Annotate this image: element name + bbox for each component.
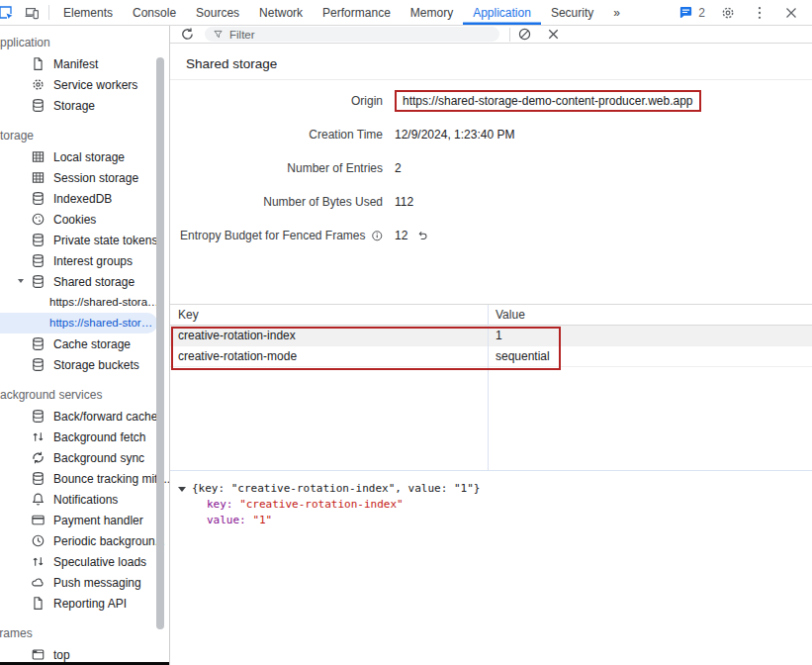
sidebar-item-notifications[interactable]: Notifications	[0, 489, 169, 510]
reset-budget-icon[interactable]	[416, 230, 429, 242]
sidebar-item-storage[interactable]: Storage	[0, 95, 169, 116]
bytes-used-value: 112	[395, 195, 413, 209]
tab-memory[interactable]: Memory	[401, 0, 463, 25]
chevron-down-icon[interactable]	[18, 279, 24, 283]
column-divider[interactable]	[488, 305, 489, 470]
property-value: "1"	[252, 514, 272, 526]
sidebar-item-payment-handler[interactable]: Payment handler	[0, 510, 169, 530]
sidebar-item-interest-groups[interactable]: Interest groups	[0, 250, 169, 271]
devtools-tabbar: Elements Console Sources Network Perform…	[0, 0, 812, 26]
database-icon	[31, 409, 45, 424]
tab-performance[interactable]: Performance	[313, 0, 401, 25]
sidebar-item-manifest[interactable]: Manifest	[0, 53, 169, 74]
sidebar-scrollbar[interactable]	[156, 57, 164, 629]
issues-icon	[678, 5, 693, 20]
sidebar-item-storage-buckets[interactable]: Storage buckets	[0, 354, 169, 375]
column-header-key[interactable]: Key	[170, 308, 488, 322]
tab-application[interactable]: Application	[463, 0, 541, 25]
sidebar-item-reporting-api[interactable]: Reporting API	[0, 593, 169, 614]
sidebar-item-shared-storage-origin-2-selected[interactable]: https://shared-storage...	[0, 313, 157, 333]
metadata-label: Origin	[170, 94, 383, 108]
grid-empty-area	[170, 367, 812, 470]
tab-console[interactable]: Console	[123, 0, 186, 25]
sidebar-section-background-services: Background services Back/forward cache B…	[0, 384, 169, 614]
inspect-element-icon[interactable]	[0, 0, 19, 25]
clock-icon	[31, 533, 45, 548]
triangle-down-icon[interactable]	[178, 487, 186, 492]
database-icon	[31, 253, 45, 268]
metadata-row-creation-time: Creation Time 12/9/2024, 1:23:40 PM	[170, 118, 812, 151]
metadata-label: Number of Bytes Used	[170, 195, 383, 209]
tab-network[interactable]: Network	[249, 0, 313, 25]
sidebar-item-push-messaging[interactable]: Push messaging	[0, 572, 169, 593]
kebab-menu-icon[interactable]	[747, 0, 772, 25]
issues-counter[interactable]: 2	[675, 5, 709, 20]
frame-icon	[31, 647, 45, 662]
property-name: value:	[207, 514, 246, 526]
object-property-row: key: "creative-rotation-index"	[178, 497, 802, 513]
document-icon	[31, 596, 45, 611]
bell-icon	[31, 492, 45, 507]
object-property-row: value: "1"	[178, 513, 802, 528]
refresh-icon[interactable]	[178, 27, 197, 42]
table-row[interactable]: creative-rotation-index 1	[170, 326, 812, 346]
sidebar-item-service-workers[interactable]: Service workers	[0, 74, 169, 95]
sidebar-section-application: Application Manifest Service workers Sto…	[0, 32, 169, 116]
section-header-background-services: Background services	[0, 384, 169, 406]
settings-gear-icon[interactable]	[715, 0, 741, 25]
document-icon	[31, 56, 45, 71]
delete-selected-icon[interactable]	[539, 27, 568, 42]
sidebar-item-cache-storage[interactable]: Cache storage	[0, 333, 169, 354]
cell-key: creative-rotation-index	[170, 329, 488, 342]
sidebar-item-shared-storage[interactable]: Shared storage	[0, 271, 169, 292]
shared-storage-metadata: Origin https://shared-storage-demo-conte…	[170, 80, 812, 252]
sidebar-section-frames: Frames top	[0, 622, 169, 665]
clear-all-icon[interactable]	[510, 27, 539, 42]
property-name: key:	[207, 498, 233, 511]
sidebar-item-local-storage[interactable]: Local storage	[0, 146, 169, 167]
sidebar-item-back-forward-cache[interactable]: Back/forward cache	[0, 406, 169, 427]
filter-input[interactable]	[229, 29, 492, 41]
cell-value: sequential	[488, 349, 812, 363]
sidebar-item-background-fetch[interactable]: Background fetch	[0, 427, 169, 447]
sidebar-item-cookies[interactable]: Cookies	[0, 209, 169, 230]
payment-card-icon	[31, 513, 45, 527]
entropy-budget-value: 12	[395, 229, 407, 242]
filter-field[interactable]	[205, 27, 499, 42]
shared-storage-panel: Shared storage Origin https://shared-sto…	[170, 26, 812, 665]
sidebar-item-bounce-tracking[interactable]: Bounce tracking miti...	[0, 468, 169, 489]
shared-storage-toolbar	[170, 26, 812, 44]
sidebar-item-speculative-loads[interactable]: Speculative loads	[0, 551, 169, 572]
sidebar-item-session-storage[interactable]: Session storage	[0, 167, 169, 188]
grid-icon	[31, 170, 45, 185]
sidebar-item-periodic-background-sync[interactable]: Periodic backgroun...	[0, 530, 169, 551]
metadata-row-entropy-budget: Entropy Budget for Fenced Frames 12	[170, 219, 812, 252]
metadata-label: Creation Time	[170, 128, 383, 142]
column-header-value[interactable]: Value	[488, 308, 812, 322]
sidebar-item-shared-storage-origin-1[interactable]: https://shared-storage...	[0, 292, 163, 313]
database-icon	[31, 191, 45, 206]
more-tabs-button[interactable]: »	[603, 0, 630, 25]
preview-pane: {key: "creative-rotation-index", value: …	[170, 471, 812, 528]
property-value: "creative-rotation-index"	[239, 498, 404, 511]
cookie-icon	[31, 212, 45, 227]
sidebar-item-private-state-tokens[interactable]: Private state tokens	[0, 230, 169, 250]
cell-value: 1	[488, 329, 812, 342]
tab-sources[interactable]: Sources	[186, 0, 249, 25]
table-row[interactable]: creative-rotation-mode sequential	[170, 346, 812, 367]
database-icon	[31, 357, 45, 372]
metadata-row-origin: Origin https://shared-storage-demo-conte…	[170, 84, 812, 118]
sidebar-item-background-sync[interactable]: Background sync	[0, 447, 169, 468]
section-header-frames: Frames	[0, 622, 169, 644]
tab-security[interactable]: Security	[541, 0, 603, 25]
creation-time-value: 12/9/2024, 1:23:40 PM	[395, 128, 514, 142]
application-sidebar: Application Manifest Service workers Sto…	[0, 26, 170, 665]
tab-elements[interactable]: Elements	[53, 0, 123, 25]
close-devtools-icon[interactable]	[778, 0, 804, 25]
sidebar-item-indexeddb[interactable]: IndexedDB	[0, 188, 169, 209]
entries-count-value: 2	[395, 161, 402, 175]
database-icon	[31, 274, 45, 289]
device-toolbar-icon[interactable]	[19, 0, 45, 25]
shared-storage-items-grid: Key Value creative-rotation-index 1 crea…	[170, 304, 812, 471]
info-icon[interactable]	[371, 230, 384, 242]
